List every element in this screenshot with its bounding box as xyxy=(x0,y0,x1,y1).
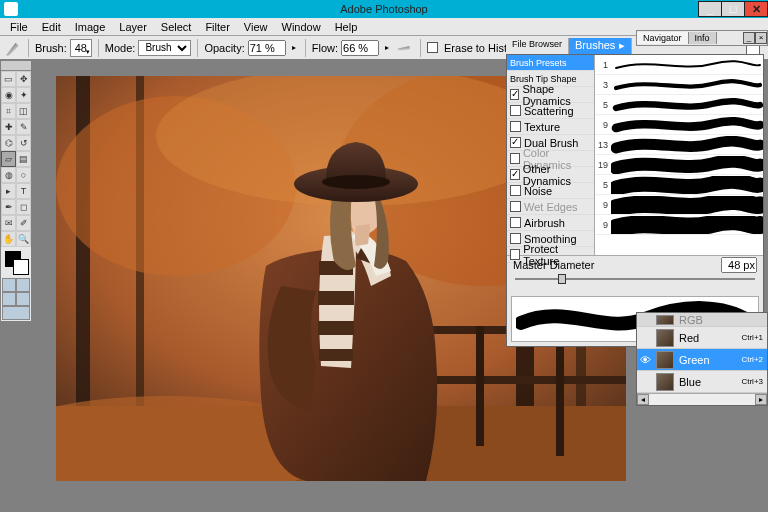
standard-mode-button[interactable] xyxy=(2,278,16,292)
jump-to-button[interactable] xyxy=(2,306,30,320)
mode-select[interactable]: Brush xyxy=(138,40,191,56)
brush-preset-row[interactable]: 13 xyxy=(595,135,763,155)
quickmask-mode-button[interactable] xyxy=(16,278,30,292)
color-swatches[interactable] xyxy=(1,247,31,277)
panel-scrollbar[interactable]: ◂▸ xyxy=(637,393,767,405)
menu-select[interactable]: Select xyxy=(155,20,198,34)
brushes-panel: Brush Presets Brush Tip Shape Shape Dyna… xyxy=(506,54,764,347)
lasso-tool[interactable]: ◉ xyxy=(1,87,16,103)
blur-tool[interactable]: ◍ xyxy=(1,167,16,183)
channel-row-green[interactable]: 👁GreenCtrl+2 xyxy=(637,349,767,371)
checkbox-icon[interactable] xyxy=(510,169,520,180)
menu-edit[interactable]: Edit xyxy=(36,20,67,34)
wand-tool[interactable]: ✦ xyxy=(16,87,31,103)
toolbox-grip[interactable] xyxy=(1,61,31,71)
checkbox-icon[interactable] xyxy=(510,121,521,132)
checkbox-icon[interactable] xyxy=(510,201,521,212)
visibility-icon[interactable]: 👁 xyxy=(637,354,653,366)
channel-row-red[interactable]: RedCtrl+1 xyxy=(637,327,767,349)
path-tool[interactable]: ▸ xyxy=(1,183,16,199)
flow-input[interactable] xyxy=(341,40,379,56)
diameter-slider[interactable] xyxy=(507,278,763,292)
menu-file[interactable]: File xyxy=(4,20,34,34)
menu-image[interactable]: Image xyxy=(69,20,112,34)
checkbox-icon[interactable] xyxy=(510,217,521,228)
channel-row-blue[interactable]: BlueCtrl+3 xyxy=(637,371,767,393)
checkbox-icon[interactable] xyxy=(510,153,520,164)
menu-view[interactable]: View xyxy=(238,20,274,34)
brush-preset-row[interactable]: 19 xyxy=(595,155,763,175)
close-button[interactable]: ✕ xyxy=(744,1,768,17)
brush-preset-row[interactable]: 5 xyxy=(595,95,763,115)
marquee-tool[interactable]: ▭ xyxy=(1,71,16,87)
move-tool[interactable]: ✥ xyxy=(16,71,31,87)
zoom-tool[interactable]: 🔍 xyxy=(16,231,31,247)
hand-tool[interactable]: ✋ xyxy=(1,231,16,247)
screen-mode-1[interactable] xyxy=(2,292,16,306)
stamp-tool[interactable]: ⌬ xyxy=(1,135,16,151)
diameter-input[interactable] xyxy=(721,257,757,273)
channels-panel: RGB RedCtrl+1👁GreenCtrl+2BlueCtrl+3 ◂▸ xyxy=(636,312,768,406)
history-brush-tool[interactable]: ↺ xyxy=(16,135,31,151)
brush-presets-header[interactable]: Brush Presets xyxy=(507,55,594,71)
background-swatch[interactable] xyxy=(13,259,29,275)
tab-file-browser[interactable]: File Browser xyxy=(506,38,569,54)
checkbox-icon[interactable] xyxy=(510,185,521,196)
dodge-tool[interactable]: ○ xyxy=(16,167,31,183)
type-tool[interactable]: T xyxy=(16,183,31,199)
screen-mode-2[interactable] xyxy=(16,292,30,306)
title-bar: Adobe Photoshop _ □ ✕ xyxy=(0,0,768,18)
opacity-input[interactable] xyxy=(248,40,286,56)
svg-rect-16 xyxy=(318,291,354,305)
slice-tool[interactable]: ◫ xyxy=(16,103,31,119)
brush-stroke-list[interactable]: 13591319599 xyxy=(595,55,763,255)
svg-rect-18 xyxy=(319,349,353,361)
brush-preset-row[interactable]: 9 xyxy=(595,195,763,215)
brush-preset-row[interactable]: 3 xyxy=(595,75,763,95)
brush-options-list: Brush Presets Brush Tip Shape Shape Dyna… xyxy=(507,55,595,255)
brush-option-wet-edges[interactable]: Wet Edges xyxy=(507,199,594,215)
tab-info[interactable]: Info xyxy=(689,32,717,44)
gradient-tool[interactable]: ▤ xyxy=(16,151,31,167)
panel-close-button[interactable]: × xyxy=(755,32,767,44)
menu-help[interactable]: Help xyxy=(329,20,364,34)
menu-window[interactable]: Window xyxy=(276,20,327,34)
pen-tool[interactable]: ✒ xyxy=(1,199,16,215)
menu-filter[interactable]: Filter xyxy=(199,20,235,34)
brush-tool[interactable]: ✎ xyxy=(16,119,31,135)
checkbox-icon[interactable] xyxy=(510,89,519,100)
tab-navigator[interactable]: Navigator xyxy=(637,32,689,44)
brush-label: Brush: xyxy=(35,42,67,54)
flow-flyout-icon[interactable]: ▸ xyxy=(382,43,392,53)
airbrush-button[interactable] xyxy=(398,40,414,56)
brush-option-texture[interactable]: Texture xyxy=(507,119,594,135)
brush-preset-row[interactable]: 1 xyxy=(595,55,763,75)
erase-history-checkbox[interactable] xyxy=(427,42,438,53)
brush-preset-row[interactable]: 5 xyxy=(595,175,763,195)
brush-preset-row[interactable]: 9 xyxy=(595,115,763,135)
brush-preset-row[interactable]: 9 xyxy=(595,215,763,235)
tab-brushes[interactable]: Brushes▸ xyxy=(569,38,632,54)
checkbox-icon[interactable] xyxy=(510,137,521,148)
maximize-button[interactable]: □ xyxy=(721,1,745,17)
minimize-button[interactable]: _ xyxy=(698,1,722,17)
checkbox-icon[interactable] xyxy=(510,233,521,244)
shape-tool[interactable]: ◻ xyxy=(16,199,31,215)
svg-rect-17 xyxy=(318,321,354,335)
panel-minimize-button[interactable]: _ xyxy=(743,32,755,44)
checkbox-icon[interactable] xyxy=(510,105,521,116)
eraser-tool[interactable]: ▱ xyxy=(1,151,16,167)
crop-tool[interactable]: ⌗ xyxy=(1,103,16,119)
opacity-flyout-icon[interactable]: ▸ xyxy=(289,43,299,53)
checkbox-icon[interactable] xyxy=(510,249,520,260)
menu-layer[interactable]: Layer xyxy=(113,20,153,34)
brush-preset-picker[interactable]: 48 xyxy=(70,39,92,57)
eraser-tool-icon xyxy=(6,40,22,56)
brush-option-airbrush[interactable]: Airbrush xyxy=(507,215,594,231)
notes-tool[interactable]: ✉ xyxy=(1,215,16,231)
channel-thumbnail xyxy=(656,351,674,369)
heal-tool[interactable]: ✚ xyxy=(1,119,16,135)
eyedropper-tool[interactable]: ✐ xyxy=(16,215,31,231)
brush-option-shape-dynamics[interactable]: Shape Dynamics xyxy=(507,87,594,103)
brush-option-other-dynamics[interactable]: Other Dynamics xyxy=(507,167,594,183)
